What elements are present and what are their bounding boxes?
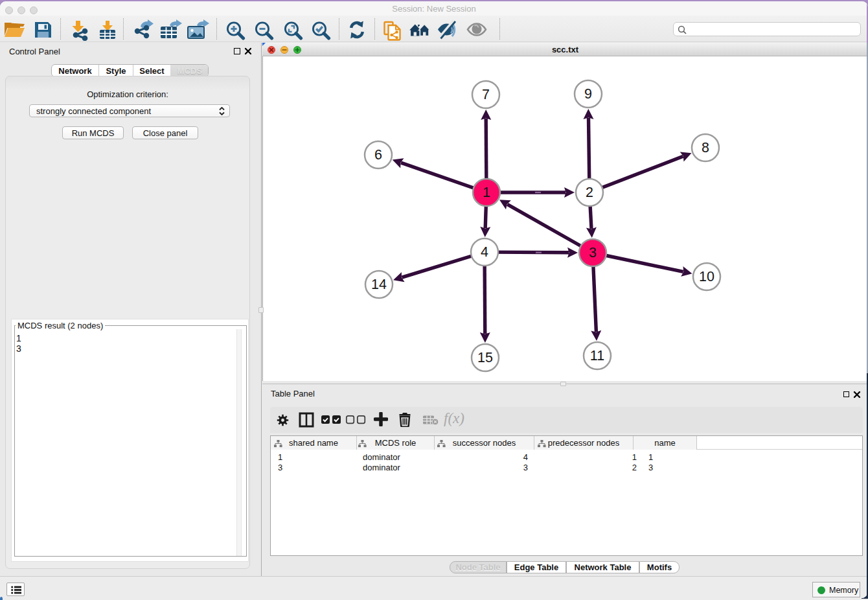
svg-text:1: 1 — [483, 185, 490, 200]
svg-text:6: 6 — [374, 147, 382, 163]
svg-text:8: 8 — [702, 140, 709, 156]
svg-text:14: 14 — [371, 277, 387, 292]
svg-text:10: 10 — [699, 269, 714, 284]
svg-text:3: 3 — [589, 245, 597, 260]
svg-text:9: 9 — [584, 86, 592, 102]
svg-text:11: 11 — [590, 348, 604, 363]
svg-text:15: 15 — [477, 350, 493, 365]
svg-text:2: 2 — [586, 185, 593, 200]
svg-text:7: 7 — [482, 87, 490, 102]
svg-text:4: 4 — [481, 244, 488, 260]
